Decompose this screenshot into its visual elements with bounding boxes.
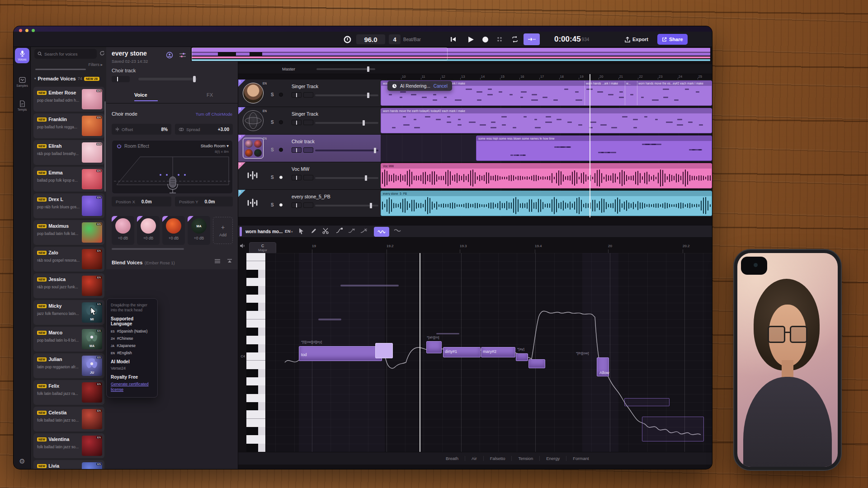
piano-key-b3[interactable] bbox=[246, 361, 266, 369]
solo-button[interactable]: S bbox=[271, 175, 274, 180]
record-arm-dot[interactable] bbox=[279, 148, 283, 152]
bpm-value[interactable]: 96.0 bbox=[356, 34, 385, 44]
rendering-cancel-button[interactable]: Cancel bbox=[434, 84, 448, 89]
skip-back-button[interactable] bbox=[448, 32, 458, 47]
piano-note[interactable] bbox=[436, 333, 459, 334]
black-key[interactable] bbox=[246, 385, 258, 394]
track-volume-slider[interactable] bbox=[315, 150, 378, 151]
piano-note[interactable] bbox=[318, 319, 341, 320]
track-header[interactable]: 5every stone_5_PBS bbox=[238, 190, 381, 217]
param-tab-tension[interactable]: Tension bbox=[512, 456, 540, 461]
piano-note[interactable] bbox=[375, 343, 393, 358]
track-lane[interactable]: every stone_5_PB bbox=[381, 190, 712, 217]
room-preset-select[interactable]: Studio Room ▾ bbox=[201, 143, 229, 148]
piano-note[interactable] bbox=[426, 341, 442, 353]
master-volume-slider[interactable] bbox=[316, 68, 375, 70]
track-volume-handle[interactable] bbox=[363, 120, 365, 126]
tab-voice[interactable]: Voice bbox=[134, 92, 147, 98]
piano-key-gs3[interactable] bbox=[246, 385, 266, 394]
gain-box[interactable] bbox=[303, 175, 313, 180]
record-arm-dot[interactable] bbox=[279, 203, 283, 207]
room-stage-view[interactable] bbox=[112, 154, 233, 196]
piano-roll-playhead[interactable] bbox=[420, 253, 420, 452]
piano-key-as4[interactable] bbox=[246, 270, 266, 278]
solo-button[interactable]: S bbox=[271, 92, 274, 97]
piano-key-ds4[interactable] bbox=[246, 328, 266, 336]
traffic-light-close[interactable] bbox=[19, 29, 22, 32]
piano-key-as3[interactable] bbox=[246, 369, 266, 377]
time-signature-value[interactable]: 4 bbox=[389, 34, 401, 44]
piano-roll-ruler[interactable]: 1919.219.319.42020.2 bbox=[266, 238, 712, 253]
piano-note[interactable] bbox=[516, 353, 528, 361]
piano-key-e3[interactable] bbox=[246, 419, 266, 427]
blend-voice-slot[interactable]: MA+0 dB bbox=[188, 216, 210, 245]
select-tool-icon[interactable] bbox=[298, 228, 304, 235]
track-volume-handle[interactable] bbox=[370, 203, 372, 208]
clip-choir[interactable]: some ress high some ress blown some name… bbox=[476, 136, 712, 161]
timeline-playhead[interactable] bbox=[590, 74, 590, 217]
track-volume-slider[interactable] bbox=[138, 78, 197, 80]
add-voice-button[interactable]: + Add bbox=[213, 217, 233, 244]
track-lane[interactable]: some ress high some ress blown some name… bbox=[381, 135, 712, 162]
param-tab-air[interactable]: Air bbox=[465, 456, 484, 461]
voice-card[interactable]: NEWMarcopop ballad latin lo-fi bri...ESM… bbox=[33, 327, 104, 352]
blend-voice-slot[interactable]: +0 dB bbox=[137, 216, 160, 245]
gain-box[interactable] bbox=[303, 120, 313, 125]
position-x-control[interactable]: Position X 0.0m bbox=[112, 197, 171, 206]
track-lane[interactable]: Voc MW bbox=[381, 162, 712, 189]
play-button[interactable] bbox=[466, 32, 476, 47]
refresh-icon[interactable] bbox=[99, 51, 105, 56]
project-title[interactable]: every stone bbox=[112, 50, 147, 57]
voice-card[interactable]: NEWFranklinpop ballad funk regga...EN bbox=[33, 113, 104, 138]
record-arm-dot[interactable] bbox=[279, 93, 283, 97]
offset-control[interactable]: Offset 8% bbox=[112, 124, 171, 135]
draw-curve-tool-icon[interactable] bbox=[360, 228, 368, 234]
export-button[interactable]: Export bbox=[625, 32, 648, 47]
piano-key-a4[interactable] bbox=[246, 278, 266, 286]
pencil-tool-icon[interactable] bbox=[311, 228, 317, 234]
piano-note[interactable] bbox=[299, 346, 382, 361]
track-lane[interactable]: worn hands move the earth today#1 today#… bbox=[381, 107, 712, 134]
piano-key-cs3[interactable] bbox=[246, 444, 266, 452]
gain-box[interactable] bbox=[303, 202, 313, 208]
blend-menu-icon[interactable] bbox=[214, 259, 221, 263]
piano-key-g3[interactable] bbox=[246, 394, 266, 402]
voice-card[interactable]: NEWJessicar&b pop soul jazz funk...EN bbox=[33, 273, 104, 298]
metronome-icon[interactable] bbox=[342, 32, 353, 47]
piano-key-cs4[interactable] bbox=[246, 344, 266, 352]
blend-voice-slot[interactable]: +0 dB bbox=[162, 216, 185, 245]
lyric-language-select[interactable]: EN ▾ bbox=[285, 229, 292, 234]
piano-key-fs3[interactable] bbox=[246, 402, 266, 410]
voice-card[interactable]: NEWDrex Lpop r&b funk blues gos...EN bbox=[33, 193, 104, 218]
piano-key-d3[interactable] bbox=[246, 435, 266, 443]
track-pan-box[interactable] bbox=[112, 76, 130, 82]
follow-playhead-button[interactable] bbox=[524, 33, 540, 45]
pan-box[interactable] bbox=[292, 147, 302, 153]
track-volume-handle[interactable] bbox=[365, 175, 367, 181]
record-button[interactable] bbox=[480, 32, 490, 47]
position-y-control[interactable]: Position Y 0.0m bbox=[175, 197, 233, 206]
tab-fx[interactable]: FX bbox=[207, 92, 213, 98]
voice-card[interactable]: NEWEmber Rosepop clear ballad edm h...EN bbox=[33, 87, 104, 112]
traffic-light-minimize[interactable] bbox=[25, 29, 28, 32]
loop-icon[interactable] bbox=[510, 32, 520, 47]
black-key[interactable] bbox=[246, 444, 258, 452]
singer-profile-icon[interactable] bbox=[166, 52, 173, 59]
piano-note[interactable] bbox=[624, 398, 670, 406]
blend-collapse-icon[interactable] bbox=[227, 259, 232, 263]
minimap-viewport[interactable] bbox=[192, 47, 448, 61]
voice-card[interactable]: NEWMaximuspop ballad latin folk lat...ES bbox=[33, 220, 104, 245]
rail-item-samples[interactable]: Samples bbox=[15, 77, 29, 87]
voice-card[interactable]: NEWValentinafolk ballad latin jazz so...… bbox=[33, 433, 104, 458]
piano-key-f4[interactable] bbox=[246, 311, 266, 319]
choir-mode-toggle-link[interactable]: Turn off ChoirMode bbox=[196, 112, 232, 117]
piano-key-gs4[interactable] bbox=[246, 286, 266, 294]
filters-toggle[interactable]: Filters ▸ bbox=[88, 62, 103, 67]
black-key[interactable] bbox=[246, 270, 258, 278]
preview-speaker-icon[interactable] bbox=[240, 243, 245, 249]
rail-item-voices[interactable]: Voices bbox=[15, 48, 29, 63]
track-volume-slider[interactable] bbox=[315, 122, 378, 124]
timeline-minimap[interactable] bbox=[191, 47, 711, 61]
clip-voc-mw[interactable]: Voc MW bbox=[381, 163, 712, 188]
voice-card[interactable]: NEWJulianlatin pop reggaeton afr...ESJU bbox=[33, 353, 104, 378]
